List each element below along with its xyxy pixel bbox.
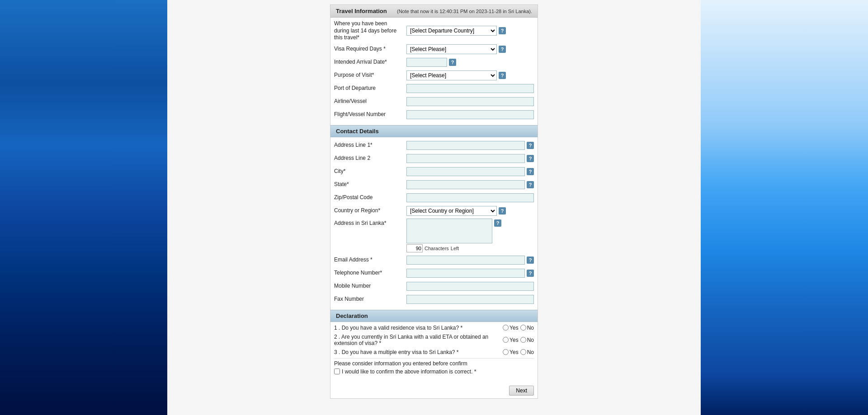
arrival-date-control: ?: [406, 58, 534, 67]
declaration-body: 1 . Do you have a valid residence visa t…: [330, 322, 538, 383]
telephone-label: Telephone Number*: [334, 270, 406, 277]
q3-yes-label: Yes: [503, 349, 519, 355]
port-departure-label: Port of Departure: [334, 85, 406, 92]
address-sl-control: ? Characters Left: [406, 219, 534, 252]
q3-no-label: No: [520, 349, 534, 355]
fax-input[interactable]: [406, 295, 534, 304]
departure-country-select[interactable]: [Select Departure Country]: [406, 26, 497, 36]
confirm-text: Please consider information you entered …: [334, 360, 534, 367]
state-help[interactable]: ?: [527, 181, 534, 188]
state-input[interactable]: [406, 180, 525, 189]
q2-no-radio[interactable]: [520, 337, 526, 343]
country-label: Country or Region*: [334, 207, 406, 214]
purpose-select[interactable]: [Select Please]: [406, 70, 497, 80]
departure-country-help[interactable]: ?: [499, 27, 506, 34]
email-label: Email Address *: [334, 256, 406, 264]
q1-no-radio[interactable]: [520, 325, 526, 331]
address1-help[interactable]: ?: [527, 142, 534, 149]
country-row: Country or Region* [Select Country or Re…: [334, 205, 534, 216]
airline-control: [406, 97, 534, 106]
mobile-label: Mobile Number: [334, 283, 406, 290]
q3-no-radio[interactable]: [520, 349, 526, 355]
flight-number-control: [406, 110, 534, 119]
city-input[interactable]: [406, 167, 525, 176]
q1-yes-label: Yes: [503, 325, 519, 331]
declaration-q1-radio-group: Yes No: [503, 325, 534, 331]
address-sl-row: Address in Sri Lanka* ? Characters Left: [334, 219, 534, 252]
confirm-check-row: I would like to confirm the above inform…: [334, 368, 534, 375]
email-input[interactable]: [406, 256, 525, 265]
purpose-help[interactable]: ?: [499, 72, 506, 79]
arrival-date-input[interactable]: [406, 58, 447, 67]
address2-help[interactable]: ?: [527, 155, 534, 162]
visa-days-row: Visa Required Days * [Select Please] ?: [334, 44, 534, 55]
port-departure-control: [406, 84, 534, 93]
telephone-input[interactable]: [406, 269, 525, 278]
q1-no-label: No: [520, 325, 534, 331]
mobile-control: [406, 282, 534, 291]
flight-number-row: Flight/Vessel Number: [334, 109, 534, 120]
declaration-q3-radio-group: Yes No: [503, 349, 534, 355]
chars-left-row: Characters Left: [406, 244, 459, 252]
next-button[interactable]: Next: [509, 386, 534, 396]
zip-input[interactable]: [406, 193, 534, 202]
email-row: Email Address * ?: [334, 255, 534, 266]
right-sidebar: [701, 0, 868, 415]
fax-control: [406, 295, 534, 304]
chars-left-label: Left: [451, 246, 459, 251]
purpose-label: Purpose of Visit*: [334, 72, 406, 79]
port-departure-input[interactable]: [406, 84, 534, 93]
address2-row: Address Line 2 ?: [334, 153, 534, 164]
confirm-checkbox[interactable]: [334, 368, 340, 374]
declaration-q3-text: 3 . Do you have a multiple entry visa to…: [334, 349, 503, 355]
airline-row: Airline/Vessel: [334, 96, 534, 107]
email-help[interactable]: ?: [527, 256, 534, 264]
travel-form-body: Where you have been during last 14 days …: [330, 18, 538, 125]
declaration-q1-row: 1 . Do you have a valid residence visa t…: [334, 325, 534, 331]
country-select[interactable]: [Select Country or Region]: [406, 206, 497, 216]
confirm-check-label: I would like to confirm the above inform…: [342, 368, 476, 375]
contact-form-body: Address Line 1* ? Address Line 2 ? City*: [330, 137, 538, 310]
state-label: State*: [334, 181, 406, 188]
declaration-q2-text: 2 . Are you currently in Sri Lanka with …: [334, 334, 503, 346]
telephone-help[interactable]: ?: [527, 270, 534, 277]
address1-label: Address Line 1*: [334, 142, 406, 149]
visa-days-help[interactable]: ?: [499, 46, 506, 53]
q3-yes-radio[interactable]: [503, 349, 509, 355]
address2-label: Address Line 2: [334, 155, 406, 162]
contact-section-header: Contact Details: [330, 125, 538, 137]
left-sidebar: [0, 0, 167, 415]
declaration-section-title: Declaration: [336, 312, 368, 319]
airline-input[interactable]: [406, 97, 534, 106]
telephone-row: Telephone Number* ?: [334, 268, 534, 279]
mobile-input[interactable]: [406, 282, 534, 291]
flight-number-input[interactable]: [406, 110, 534, 119]
declaration-section-header: Declaration: [330, 310, 538, 322]
state-row: State* ?: [334, 179, 534, 190]
q2-yes-radio[interactable]: [503, 337, 509, 343]
departure-country-row: Where you have been during last 14 days …: [334, 20, 534, 42]
address-sl-help[interactable]: ?: [494, 219, 501, 227]
address1-input[interactable]: [406, 141, 525, 150]
purpose-control: [Select Please] ?: [406, 70, 534, 80]
chars-remaining-input[interactable]: [406, 244, 423, 252]
next-btn-row: Next: [330, 383, 538, 398]
fax-row: Fax Number: [334, 294, 534, 305]
arrival-date-help[interactable]: ?: [449, 59, 456, 66]
city-help[interactable]: ?: [527, 168, 534, 175]
form-container: Travel Information (Note that now it is …: [330, 5, 538, 399]
address2-input[interactable]: [406, 154, 525, 163]
q1-yes-radio[interactable]: [503, 325, 509, 331]
visa-days-control: [Select Please] ?: [406, 44, 534, 54]
zip-control: [406, 193, 534, 202]
visa-days-select[interactable]: [Select Please]: [406, 44, 497, 54]
q2-no-label: No: [520, 337, 534, 343]
main-content: Travel Information (Note that now it is …: [167, 0, 701, 415]
chars-label: Characters: [425, 246, 449, 251]
country-help[interactable]: ?: [499, 207, 506, 214]
address-sl-textarea[interactable]: [406, 219, 492, 243]
city-row: City* ?: [334, 166, 534, 177]
flight-number-label: Flight/Vessel Number: [334, 111, 406, 118]
country-control: [Select Country or Region] ?: [406, 206, 534, 216]
telephone-control: ?: [406, 269, 534, 278]
